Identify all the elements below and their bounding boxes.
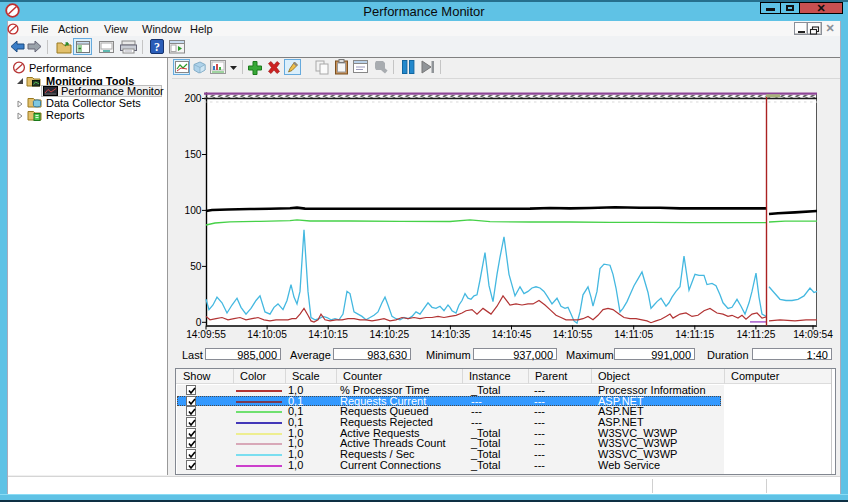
- svg-text:150: 150: [185, 149, 202, 160]
- svg-text:14:11:05: 14:11:05: [614, 329, 653, 340]
- svg-text:14:09:55: 14:09:55: [186, 329, 226, 340]
- svg-text:0: 0: [196, 317, 202, 328]
- svg-text:14:11:15: 14:11:15: [675, 329, 714, 340]
- svg-text:?: ?: [154, 40, 160, 54]
- svg-text:14:10:15: 14:10:15: [308, 329, 348, 340]
- svg-text:14:09:54: 14:09:54: [793, 329, 833, 340]
- svg-text:14:10:35: 14:10:35: [431, 329, 471, 340]
- svg-text:14:10:55: 14:10:55: [553, 329, 593, 340]
- svg-text:14:10:05: 14:10:05: [247, 329, 287, 340]
- svg-text:100: 100: [185, 205, 202, 216]
- svg-text:50: 50: [190, 261, 202, 272]
- svg-text:200: 200: [185, 93, 202, 104]
- svg-text:14:11:25: 14:11:25: [736, 329, 775, 340]
- svg-text:14:10:45: 14:10:45: [492, 329, 532, 340]
- svg-text:14:10:25: 14:10:25: [369, 329, 409, 340]
